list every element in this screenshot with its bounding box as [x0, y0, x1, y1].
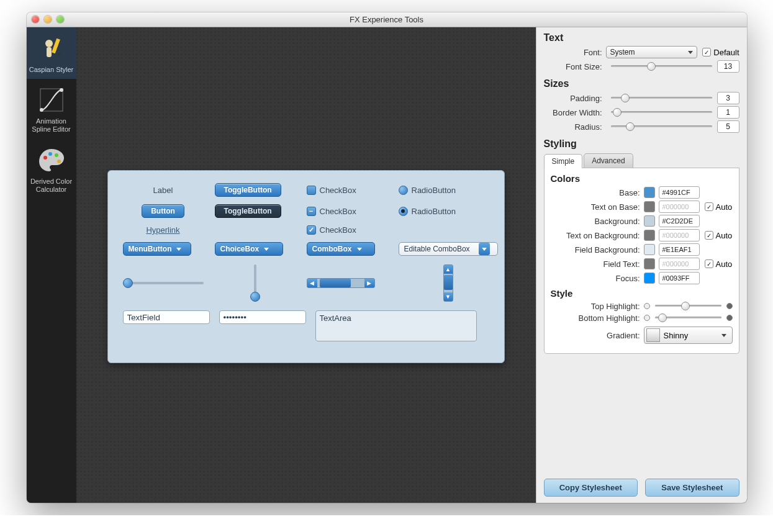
text-on-base-label: Text on Base:	[551, 202, 644, 212]
radius-label: Radius:	[544, 122, 606, 132]
fontsize-field[interactable]	[717, 60, 739, 73]
text-area[interactable]: TextArea	[315, 310, 477, 341]
padding-label: Padding:	[544, 94, 606, 103]
bottom-highlight-slider[interactable]	[655, 313, 721, 323]
sidebar-item-label: Animation Spline Editor	[29, 117, 74, 133]
gradient-select[interactable]: Shinny	[644, 327, 733, 344]
field-text-swatch[interactable]	[644, 258, 655, 269]
padding-field[interactable]	[717, 92, 739, 104]
svg-rect-1	[47, 47, 52, 57]
borderwidth-slider[interactable]	[611, 107, 712, 117]
properties-panel: Text Font: System ✓ Default Font Size:	[536, 27, 747, 503]
radius-field[interactable]	[717, 120, 739, 133]
save-stylesheet-button[interactable]: Save Stylesheet	[645, 479, 739, 497]
footer-buttons: Copy Stylesheet Save Stylesheet	[544, 472, 739, 497]
checkbox-3[interactable]: ✓ CheckBox	[307, 225, 387, 235]
chevron-down-icon	[264, 248, 269, 251]
tab-advanced[interactable]: Advanced	[584, 153, 633, 168]
scroll-down-icon[interactable]: ▼	[444, 292, 453, 301]
checkbox-indeterminate-icon: −	[307, 207, 316, 216]
checkbox-1[interactable]: CheckBox	[307, 186, 387, 195]
radius-slider[interactable]	[611, 122, 712, 132]
button[interactable]: Button	[142, 204, 184, 218]
close-icon[interactable]	[32, 16, 39, 23]
scroll-up-icon[interactable]: ▲	[444, 265, 453, 274]
scrollbar-thumb[interactable]	[444, 275, 453, 290]
focus-swatch[interactable]	[644, 273, 655, 284]
text-on-base-auto-checkbox[interactable]: ✓	[705, 202, 713, 211]
base-label: Base:	[551, 188, 644, 197]
tab-simple[interactable]: Simple	[544, 154, 583, 168]
sidebar-item-derived-color-calculator[interactable]: Derived Color Calculator	[27, 139, 76, 199]
font-select[interactable]: System	[606, 46, 698, 58]
borderwidth-field[interactable]	[717, 106, 739, 119]
svg-point-9	[55, 153, 58, 157]
svg-point-7	[43, 156, 47, 160]
app-window: FX Experience Tools Caspian Styler	[27, 12, 747, 503]
padding-slider[interactable]	[611, 93, 712, 103]
gradient-label: Gradient:	[551, 331, 644, 340]
editable-combo-box[interactable]: Editable ComboBox	[399, 242, 498, 256]
base-field[interactable]: #4991CF	[659, 186, 700, 199]
choice-box[interactable]: ChoiceBox	[215, 242, 283, 256]
horizontal-slider[interactable]	[123, 278, 204, 288]
radio-1[interactable]: RadioButton	[399, 186, 479, 195]
menu-button[interactable]: MenuButton	[123, 242, 191, 256]
radio-label: RadioButton	[412, 207, 456, 216]
field-text-auto-checkbox[interactable]: ✓	[705, 259, 713, 268]
titlebar: FX Experience Tools	[27, 12, 747, 27]
background-field[interactable]: #C2D2DE	[659, 215, 700, 227]
background-swatch[interactable]	[644, 215, 655, 227]
chevron-down-icon	[688, 51, 693, 54]
field-background-swatch[interactable]	[644, 244, 655, 255]
section-styling-heading: Styling	[544, 138, 739, 150]
text-on-base-swatch[interactable]	[644, 201, 655, 212]
hyperlink[interactable]: Hyperlink	[146, 225, 179, 235]
text-on-base-field[interactable]: #000000	[659, 201, 700, 213]
default-font-checkbox[interactable]: ✓	[702, 48, 711, 56]
focus-field[interactable]: #0093FF	[659, 272, 700, 284]
radio-2[interactable]: RadioButton	[399, 207, 479, 216]
zoom-icon[interactable]	[57, 16, 64, 23]
base-swatch[interactable]	[644, 187, 655, 198]
text-on-background-auto-checkbox[interactable]: ✓	[705, 231, 713, 240]
checkbox-label: CheckBox	[320, 225, 356, 235]
copy-stylesheet-button[interactable]: Copy Stylesheet	[544, 479, 638, 497]
toggle-button-1[interactable]: ToggleButton	[215, 183, 281, 197]
auto-label: Auto	[716, 231, 733, 240]
vertical-slider[interactable]	[250, 264, 260, 302]
text-on-background-field[interactable]: #000000	[659, 229, 700, 241]
toggle-button-2[interactable]: ToggleButton	[215, 204, 281, 218]
horizontal-scrollbar[interactable]: ◀ ▶	[307, 278, 375, 288]
chevron-down-icon	[176, 248, 181, 251]
focus-label: Focus:	[551, 274, 644, 283]
styler-icon	[37, 34, 66, 63]
checkbox-label: CheckBox	[320, 207, 356, 216]
radio-label: RadioButton	[412, 186, 456, 195]
sidebar-item-caspian-styler[interactable]: Caspian Styler	[27, 27, 76, 79]
text-field[interactable]	[123, 310, 210, 324]
section-sizes-heading: Sizes	[544, 78, 739, 89]
field-text-field[interactable]: #000000	[659, 258, 700, 270]
borderwidth-label: Border Width:	[544, 108, 606, 117]
scroll-right-icon[interactable]: ▶	[364, 279, 374, 287]
endpoint-dark-icon	[726, 315, 733, 321]
minimize-icon[interactable]	[44, 16, 52, 23]
field-background-label: Field Background:	[551, 245, 644, 255]
sidebar-item-label: Derived Color Calculator	[29, 178, 74, 194]
scroll-left-icon[interactable]: ◀	[307, 279, 317, 287]
fontsize-slider[interactable]	[611, 61, 712, 71]
vertical-scrollbar[interactable]: ▲ ▼	[443, 264, 453, 302]
checkbox-2[interactable]: − CheckBox	[307, 207, 387, 216]
window-title: FX Experience Tools	[27, 15, 747, 24]
svg-point-5	[40, 108, 43, 112]
scrollbar-thumb[interactable]	[320, 279, 351, 287]
top-highlight-slider[interactable]	[655, 301, 721, 311]
text-on-background-swatch[interactable]	[644, 230, 655, 241]
checkbox-icon	[307, 186, 316, 195]
password-field[interactable]	[219, 310, 306, 324]
field-background-field[interactable]: #E1EAF1	[659, 243, 700, 256]
sidebar-item-animation-spline-editor[interactable]: Animation Spline Editor	[27, 79, 76, 138]
auto-label: Auto	[716, 202, 733, 212]
combo-box[interactable]: ComboBox	[307, 242, 375, 256]
